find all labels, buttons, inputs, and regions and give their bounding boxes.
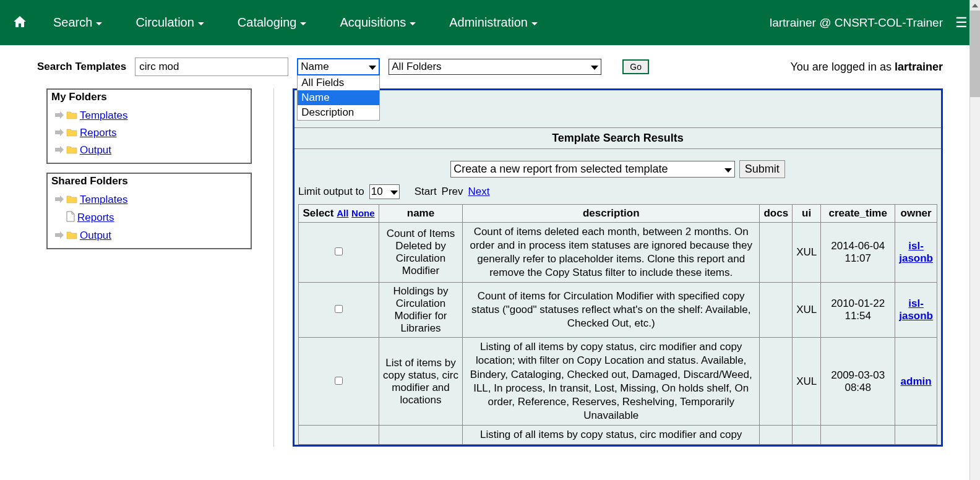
caret-icon — [96, 22, 102, 25]
row-name: List of items by copy status, circ modif… — [379, 338, 463, 426]
nav-label: Search — [53, 15, 92, 30]
action-row: Create a new report from selected templa… — [294, 149, 941, 184]
user-display: lartrainer @ CNSRT-COL-Trainer — [770, 16, 943, 30]
col-select: Select All None — [299, 205, 379, 223]
row-create-time: 2010-01-22 11:54 — [821, 283, 895, 338]
document-icon — [66, 211, 75, 225]
row-name: Holdings by Circulation Modifier for Lib… — [379, 283, 463, 338]
folder-link[interactable]: Output — [80, 229, 111, 242]
row-checkbox[interactable] — [335, 377, 343, 385]
results-table: Select All None name description docs ui… — [298, 204, 937, 445]
row-docs — [760, 223, 793, 283]
list-menu-icon[interactable]: ☰ — [955, 15, 968, 31]
pager-row: Limit output to 10 Start Prev Next — [294, 184, 941, 204]
folder-link[interactable]: Reports — [77, 212, 114, 224]
top-navbar: Search Circulation Cataloging Acquisitio… — [0, 0, 980, 45]
logged-in-user: lartrainer — [895, 61, 943, 73]
field-select-dropdown: All Fields Name Description — [297, 75, 380, 121]
row-docs — [760, 283, 793, 338]
table-row: List of items by copy status, circ modif… — [299, 338, 937, 426]
row-create-time: 2009-03-03 08:48 — [821, 338, 895, 426]
folder-icon — [66, 110, 77, 122]
col-owner: owner — [895, 205, 937, 223]
my-folders-title: My Folders — [51, 91, 247, 103]
arrow-icon — [55, 230, 64, 241]
field-option-all-fields[interactable]: All Fields — [298, 75, 379, 90]
folder-link[interactable]: Templates — [80, 194, 127, 206]
folder-select[interactable]: All Folders — [389, 59, 601, 75]
pager-start: Start — [415, 186, 437, 198]
folder-item: Reports — [51, 124, 247, 142]
row-ui: XUL — [793, 283, 821, 338]
scrollbar-thumb[interactable] — [970, 11, 980, 97]
row-ui: XUL — [793, 223, 821, 283]
folder-link[interactable]: Templates — [80, 109, 127, 122]
folder-item: Reports — [51, 208, 247, 227]
folder-icon — [66, 145, 77, 156]
field-option-name[interactable]: Name — [298, 90, 379, 105]
chevron-down-icon — [385, 186, 398, 198]
folder-link[interactable]: Output — [80, 144, 111, 156]
row-name: Count of Items Deleted by Circulation Mo… — [379, 223, 463, 283]
nav-label: Cataloging — [238, 15, 297, 30]
row-owner-link[interactable]: isl-jasonb — [899, 240, 933, 264]
col-create-time: create_time — [821, 205, 895, 223]
row-description: Count of items deleted each month, betwe… — [463, 223, 760, 283]
nav-search[interactable]: Search — [46, 11, 110, 35]
row-checkbox[interactable] — [335, 247, 343, 255]
shared-folders-panel: Shared Folders TemplatesReportsOutput — [46, 173, 252, 249]
col-docs: docs — [760, 205, 793, 223]
row-ui: XUL — [793, 338, 821, 426]
arrow-icon — [55, 145, 64, 156]
col-ui: ui — [793, 205, 821, 223]
table-row: Holdings by Circulation Modifier for Lib… — [299, 283, 937, 338]
submit-button[interactable]: Submit — [739, 160, 785, 178]
folder-icon — [66, 230, 77, 242]
chevron-down-icon — [364, 61, 376, 73]
go-button[interactable]: Go — [622, 59, 649, 74]
select-none-link[interactable]: None — [351, 208, 375, 218]
chevron-down-icon — [720, 163, 732, 176]
search-row: Search Templates Name All Fields Name De… — [0, 45, 980, 82]
home-icon[interactable] — [12, 14, 27, 32]
limit-select[interactable]: 10 — [369, 184, 400, 199]
table-header-row: Select All None name description docs ui… — [299, 205, 937, 223]
row-owner-link[interactable]: isl-jasonb — [899, 298, 933, 322]
results-panel: Template Search Results Create a new rep… — [293, 88, 943, 447]
field-option-description[interactable]: Description — [298, 105, 379, 120]
logged-in-text: You are logged in as lartrainer — [790, 61, 943, 74]
row-description: Count of items for Circulation Modifier … — [463, 283, 760, 338]
row-docs — [760, 338, 793, 426]
limit-label: Limit output to — [298, 186, 364, 198]
caret-icon — [198, 22, 204, 25]
arrow-icon — [55, 110, 64, 121]
nav-administration[interactable]: Administration — [442, 11, 545, 35]
nav-circulation[interactable]: Circulation — [128, 11, 211, 35]
row-checkbox[interactable] — [335, 305, 343, 313]
nav-label: Circulation — [135, 15, 194, 30]
search-templates-label: Search Templates — [37, 61, 126, 73]
field-select[interactable]: Name — [297, 58, 380, 75]
scrollbar[interactable] — [969, 0, 980, 447]
folder-item: Output — [51, 142, 247, 159]
folder-select-value: All Folders — [392, 61, 441, 73]
select-all-link[interactable]: All — [337, 208, 348, 218]
folder-icon — [66, 127, 77, 139]
row-owner-link[interactable]: admin — [901, 375, 932, 387]
nav-label: Acquisitions — [340, 15, 406, 30]
caret-icon — [410, 22, 416, 25]
caret-icon — [300, 22, 306, 25]
shared-folders-title: Shared Folders — [51, 175, 247, 187]
search-input[interactable] — [135, 58, 288, 76]
field-select-value: Name — [301, 61, 329, 73]
row-description: Listing of all items by copy status, cir… — [463, 425, 760, 444]
nav-acquisitions[interactable]: Acquisitions — [332, 11, 423, 35]
folder-link[interactable]: Reports — [80, 127, 117, 139]
results-header: Template Search Results — [294, 127, 941, 149]
action-select[interactable]: Create a new report from selected templa… — [450, 161, 735, 178]
folder-item: Templates — [51, 191, 247, 208]
nav-cataloging[interactable]: Cataloging — [230, 11, 314, 35]
scrollbar-up-arrow[interactable] — [970, 0, 980, 11]
chevron-down-icon — [586, 61, 598, 73]
pager-next-link[interactable]: Next — [468, 186, 490, 198]
